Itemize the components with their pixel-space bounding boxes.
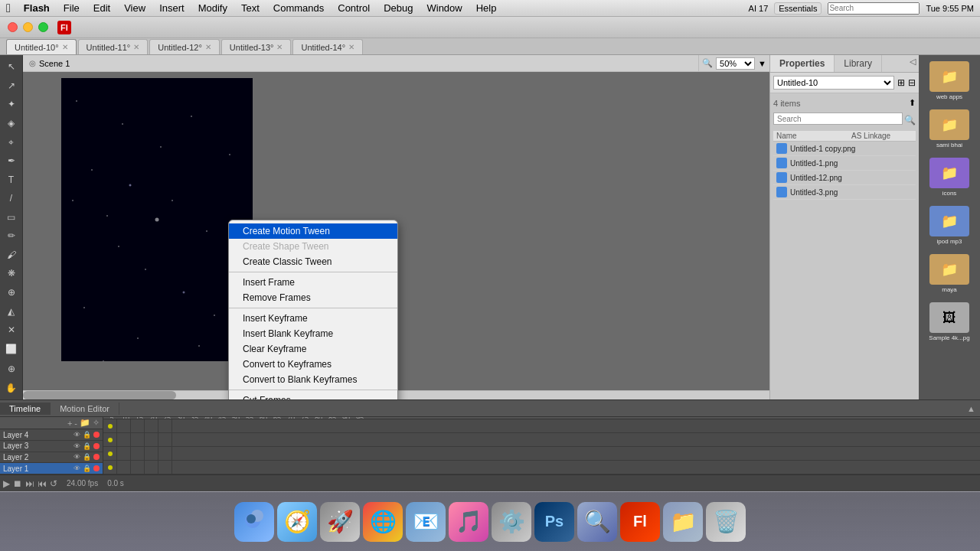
layer-2-lock-icon[interactable]: 🔒 bbox=[83, 453, 91, 461]
dock-finder[interactable] bbox=[234, 502, 274, 542]
menu-file[interactable]: File bbox=[58, 1, 85, 15]
ctx-insert-blank-keyframe[interactable]: Insert Blank Keyframe bbox=[229, 326, 397, 341]
ctx-convert-to-blank-keyframes[interactable]: Convert to Blank Keyframes bbox=[229, 372, 397, 387]
tab-timeline[interactable]: Timeline bbox=[0, 403, 51, 415]
ctx-insert-frame[interactable]: Insert Frame bbox=[229, 275, 397, 290]
apple-menu-icon[interactable]:  bbox=[6, 2, 11, 15]
library-search-input[interactable] bbox=[773, 112, 903, 125]
tool-bone[interactable]: ⊕ bbox=[2, 284, 21, 302]
tab-close-0[interactable]: ✕ bbox=[62, 43, 68, 51]
frame-cell[interactable] bbox=[103, 433, 117, 447]
panel-icon1[interactable]: ⊞ bbox=[897, 77, 905, 88]
sidebar-folder-webapps[interactable]: 📁 web apps bbox=[929, 61, 969, 100]
dock-photoshop[interactable]: Ps bbox=[534, 502, 574, 542]
ctx-insert-keyframe[interactable]: Insert Keyframe bbox=[229, 311, 397, 326]
frame-cell[interactable] bbox=[131, 433, 145, 447]
tab-close-4[interactable]: ✕ bbox=[348, 43, 354, 51]
loop-button[interactable]: ↺ bbox=[50, 478, 57, 489]
ctx-clear-keyframe[interactable]: Clear Keyframe bbox=[229, 341, 397, 357]
menu-debug[interactable]: Debug bbox=[378, 1, 418, 15]
layer-row-3[interactable]: Layer 3 👁 🔒 bbox=[0, 441, 103, 452]
frame-cell[interactable] bbox=[158, 419, 172, 433]
tool-rect[interactable]: ▭ bbox=[2, 209, 21, 227]
library-item-0[interactable]: Untitled-1 copy.png bbox=[773, 142, 916, 156]
maximize-button[interactable] bbox=[38, 22, 48, 32]
frame-cell[interactable] bbox=[131, 419, 145, 433]
layer-1-lock-icon[interactable]: 🔒 bbox=[83, 465, 91, 472]
library-item-2[interactable]: Untitled-12.png bbox=[773, 171, 916, 185]
tool-deco[interactable]: ❋ bbox=[2, 265, 21, 282]
layer-guide-icon[interactable]: ✧ bbox=[93, 418, 100, 428]
dock-rocketlauncher[interactable]: 🚀 bbox=[320, 502, 360, 542]
frame-cell[interactable] bbox=[145, 461, 158, 474]
step-back[interactable]: ⏮ bbox=[38, 478, 47, 489]
dock-systemprefs[interactable]: ⚙️ bbox=[492, 502, 531, 542]
sidebar-folder-sample[interactable]: 🖼 Sample 4k...pg bbox=[929, 302, 969, 341]
tab-untitled12[interactable]: Untitled-12° ✕ bbox=[149, 39, 220, 54]
ctx-create-classic-tween[interactable]: Create Classic Tween bbox=[229, 254, 397, 269]
ctx-cut-frames[interactable]: Cut Frames bbox=[229, 393, 397, 399]
library-search-icon[interactable]: 🔍 bbox=[904, 115, 916, 126]
menu-insert[interactable]: Insert bbox=[154, 1, 190, 15]
stop-button[interactable]: ⏹ bbox=[13, 478, 22, 489]
dock-chrome[interactable]: 🌐 bbox=[363, 502, 403, 542]
frame-cell[interactable] bbox=[145, 419, 158, 433]
tool-lasso[interactable]: ⌖ bbox=[2, 133, 21, 151]
app-name-menu[interactable]: Flash bbox=[18, 1, 55, 15]
zoom-arrows[interactable]: ▼ bbox=[758, 59, 766, 68]
ctx-create-shape-tween[interactable]: Create Shape Tween bbox=[229, 239, 397, 254]
search-input[interactable] bbox=[828, 2, 920, 15]
menu-text[interactable]: Text bbox=[236, 1, 265, 15]
tab-untitled11[interactable]: Untitled-11° ✕ bbox=[78, 39, 149, 54]
sidebar-folder-icons[interactable]: 📁 icons bbox=[929, 158, 969, 197]
layer-row-2[interactable]: Layer 2 👁 🔒 bbox=[0, 452, 103, 464]
frame-cell[interactable] bbox=[103, 447, 117, 461]
tool-hand[interactable]: ✋ bbox=[2, 380, 21, 397]
tab-library[interactable]: Library bbox=[835, 55, 882, 72]
frame-cell[interactable] bbox=[158, 461, 172, 474]
track-layer-1[interactable] bbox=[103, 461, 980, 474]
tool-transform[interactable]: ✦ bbox=[2, 96, 21, 113]
tab-properties[interactable]: Properties bbox=[770, 55, 835, 72]
tool-brush[interactable]: 🖌 bbox=[2, 246, 21, 264]
dock-mail[interactable]: 📧 bbox=[406, 502, 446, 542]
library-item-1[interactable]: Untitled-1.png bbox=[773, 156, 916, 171]
track-layer-3[interactable] bbox=[103, 433, 980, 447]
frame-cell[interactable] bbox=[131, 447, 145, 461]
sidebar-folder-samibhai[interactable]: 📁 sami bhai bbox=[929, 109, 969, 148]
layer-folder-icon[interactable]: 📁 bbox=[80, 418, 90, 428]
menu-help[interactable]: Help bbox=[471, 1, 502, 15]
frame-cell[interactable] bbox=[117, 461, 131, 474]
layer-4-lock-icon[interactable]: 🔒 bbox=[83, 431, 91, 439]
frame-cell[interactable] bbox=[158, 447, 172, 461]
tab-close-3[interactable]: ✕ bbox=[276, 43, 283, 51]
tool-text[interactable]: T bbox=[2, 171, 21, 188]
tab-untitled14[interactable]: Untitled-14° ✕ bbox=[292, 39, 363, 54]
dock-safari[interactable]: 🧭 bbox=[277, 502, 317, 542]
tool-pen[interactable]: ✒ bbox=[2, 152, 21, 170]
timeline-expand-icon[interactable]: ▲ bbox=[962, 404, 980, 413]
menu-commands[interactable]: Commands bbox=[268, 1, 329, 15]
ctx-remove-frames[interactable]: Remove Frames bbox=[229, 290, 397, 305]
tool-zoom[interactable]: ⊕ bbox=[2, 360, 21, 378]
panel-collapse[interactable]: ◁ bbox=[906, 55, 919, 72]
track-layer-4[interactable] bbox=[103, 419, 980, 433]
frame-cell[interactable] bbox=[117, 447, 131, 461]
menu-control[interactable]: Control bbox=[332, 1, 375, 15]
menu-modify[interactable]: Modify bbox=[193, 1, 233, 15]
frame-cell[interactable] bbox=[158, 433, 172, 447]
layer-2-vis-icon[interactable]: 👁 bbox=[74, 453, 80, 461]
document-select[interactable]: Untitled-10 bbox=[773, 76, 894, 90]
tool-paint-bucket[interactable]: ◭ bbox=[2, 302, 21, 320]
tab-untitled13[interactable]: Untitled-13° ✕ bbox=[221, 39, 292, 54]
track-layer-2[interactable] bbox=[103, 447, 980, 461]
menu-view[interactable]: View bbox=[119, 1, 151, 15]
panel-icon2[interactable]: ⊟ bbox=[908, 77, 916, 88]
frame-cell[interactable] bbox=[131, 461, 145, 474]
canvas-container[interactable]: ◎ Scene 1 🔍 50% 100% 200% ▼ Create Motio… bbox=[23, 55, 769, 399]
tool-line[interactable]: / bbox=[2, 190, 21, 207]
dock-trash[interactable]: 🗑️ bbox=[706, 502, 746, 542]
tab-close-1[interactable]: ✕ bbox=[133, 43, 139, 51]
scrollbar-thumb[interactable] bbox=[23, 391, 176, 399]
frame-cell[interactable] bbox=[103, 461, 117, 474]
